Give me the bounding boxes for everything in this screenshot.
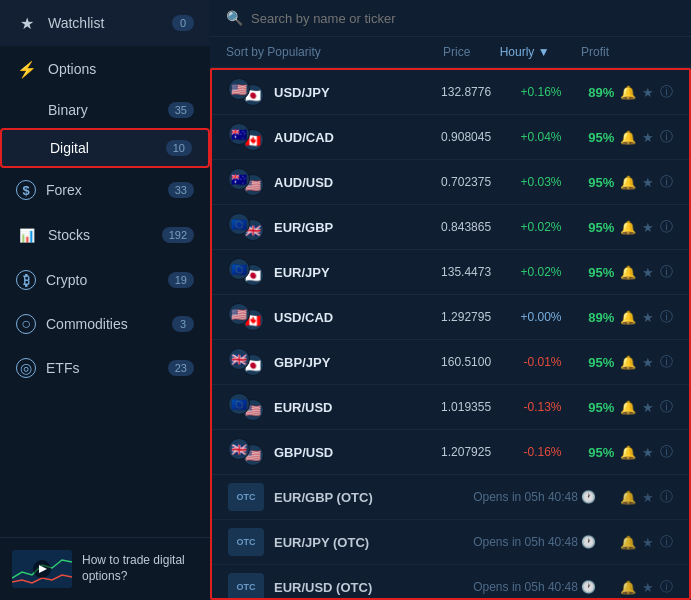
sidebar-item-forex[interactable]: $ Forex 33 (0, 168, 210, 212)
info-icon[interactable]: ⓘ (660, 398, 673, 416)
info-icon[interactable]: ⓘ (660, 533, 673, 551)
info-icon[interactable]: ⓘ (660, 218, 673, 236)
bell-icon[interactable]: 🔔 (620, 130, 636, 145)
bell-icon[interactable]: 🔔 (620, 580, 636, 595)
bell-icon[interactable]: 🔔 (620, 310, 636, 325)
sidebar-item-stocks[interactable]: 📊 Stocks 192 (0, 212, 210, 258)
bell-icon[interactable]: 🔔 (620, 490, 636, 505)
info-icon[interactable]: ⓘ (660, 83, 673, 101)
sidebar-item-options[interactable]: ⚡ Options (0, 46, 210, 92)
bell-icon[interactable]: 🔔 (620, 445, 636, 460)
asset-change: +0.16% (491, 85, 561, 99)
asset-name: AUD/USD (274, 175, 403, 190)
asset-actions: 🔔 ★ ⓘ (614, 308, 673, 326)
info-icon[interactable]: ⓘ (660, 173, 673, 191)
flag-pair: 🇬🇧 🇯🇵 (228, 348, 264, 376)
info-icon[interactable]: ⓘ (660, 488, 673, 506)
asset-change: -0.13% (491, 400, 561, 414)
sidebar-item-crypto[interactable]: ₿ Crypto 19 (0, 258, 210, 302)
bell-icon[interactable]: 🔔 (620, 355, 636, 370)
search-input[interactable] (251, 11, 675, 26)
star-icon[interactable]: ★ (642, 85, 654, 100)
info-icon[interactable]: ⓘ (660, 308, 673, 326)
sidebar-subitem-digital[interactable]: Digital 10 (0, 128, 210, 168)
asset-price: 1.292795 (403, 310, 491, 324)
star-icon[interactable]: ★ (642, 535, 654, 550)
star-icon[interactable]: ★ (642, 400, 654, 415)
asset-change: +0.00% (491, 310, 561, 324)
star-icon[interactable]: ★ (642, 490, 654, 505)
info-icon[interactable]: ⓘ (660, 128, 673, 146)
header-hourly[interactable]: Hourly ▼ (470, 45, 549, 59)
star-icon[interactable]: ★ (642, 220, 654, 235)
flag-top: 🇪🇺 (228, 213, 250, 235)
info-icon[interactable]: ⓘ (660, 578, 673, 596)
star-icon[interactable]: ★ (642, 445, 654, 460)
bell-icon[interactable]: 🔔 (620, 265, 636, 280)
table-row[interactable]: 🇬🇧 🇺🇸 GBP/USD1.207925-0.16%95% 🔔 ★ ⓘ (212, 430, 689, 475)
table-row[interactable]: 🇺🇸 🇯🇵 USD/JPY132.8776+0.16%89% 🔔 ★ ⓘ (212, 70, 689, 115)
bell-icon[interactable]: 🔔 (620, 400, 636, 415)
asset-profit: 95% (562, 355, 615, 370)
asset-name: EUR/GBP (OTC) (274, 490, 443, 505)
table-row[interactable]: OTCEUR/GBP (OTC)Opens in 05h 40:48 🕐 🔔 ★… (212, 475, 689, 520)
sidebar-item-watchlist[interactable]: ★ Watchlist 0 (0, 0, 210, 46)
etfs-icon: ◎ (16, 358, 36, 378)
flag-pair: OTC (228, 528, 264, 556)
sidebar-item-etfs[interactable]: ◎ ETFs 23 (0, 346, 210, 390)
table-row[interactable]: 🇦🇺 🇺🇸 AUD/USD0.702375+0.03%95% 🔔 ★ ⓘ (212, 160, 689, 205)
asset-actions: 🔔 ★ ⓘ (614, 83, 673, 101)
star-icon[interactable]: ★ (642, 310, 654, 325)
bell-icon[interactable]: 🔔 (620, 220, 636, 235)
watchlist-badge: 0 (172, 15, 194, 31)
asset-change: +0.02% (491, 220, 561, 234)
star-icon[interactable]: ★ (642, 355, 654, 370)
flag-pair: OTC (228, 483, 264, 511)
table-row[interactable]: 🇺🇸 🇨🇦 USD/CAD1.292795+0.00%89% 🔔 ★ ⓘ (212, 295, 689, 340)
sidebar-label-commodities: Commodities (46, 316, 172, 332)
flag-top: 🇦🇺 (228, 168, 250, 190)
table-row[interactable]: 🇬🇧 🇯🇵 GBP/JPY160.5100-0.01%95% 🔔 ★ ⓘ (212, 340, 689, 385)
asset-actions: 🔔 ★ ⓘ (596, 488, 673, 506)
asset-name: GBP/JPY (274, 355, 403, 370)
asset-profit: 95% (562, 445, 615, 460)
star-icon[interactable]: ★ (642, 175, 654, 190)
commodities-icon: ○ (16, 314, 36, 334)
video-promo[interactable]: How to trade digital options? (0, 537, 210, 600)
flag-pair: 🇪🇺 🇬🇧 (228, 213, 264, 241)
otc-badge: OTC (228, 573, 264, 600)
asset-price: 0.908045 (403, 130, 491, 144)
table-row[interactable]: 🇪🇺 🇬🇧 EUR/GBP0.843865+0.02%95% 🔔 ★ ⓘ (212, 205, 689, 250)
asset-actions: 🔔 ★ ⓘ (614, 398, 673, 416)
header-sort[interactable]: Sort by Popularity (226, 45, 371, 59)
star-icon[interactable]: ★ (642, 580, 654, 595)
asset-change: +0.04% (491, 130, 561, 144)
sidebar-item-commodities[interactable]: ○ Commodities 3 (0, 302, 210, 346)
asset-profit: 89% (562, 85, 615, 100)
info-icon[interactable]: ⓘ (660, 443, 673, 461)
asset-price: 132.8776 (403, 85, 491, 99)
star-icon[interactable]: ★ (642, 265, 654, 280)
bell-icon[interactable]: 🔔 (620, 535, 636, 550)
star-icon[interactable]: ★ (642, 130, 654, 145)
asset-change: -0.16% (491, 445, 561, 459)
asset-price: 160.5100 (403, 355, 491, 369)
search-icon: 🔍 (226, 10, 243, 26)
crypto-badge: 19 (168, 272, 194, 288)
asset-actions: 🔔 ★ ⓘ (614, 128, 673, 146)
bell-icon[interactable]: 🔔 (620, 175, 636, 190)
asset-opens: Opens in 05h 40:48 🕐 (443, 580, 596, 594)
table-row[interactable]: 🇪🇺 🇯🇵 EUR/JPY135.4473+0.02%95% 🔔 ★ ⓘ (212, 250, 689, 295)
bell-icon[interactable]: 🔔 (620, 85, 636, 100)
header-price[interactable]: Price (371, 45, 470, 59)
table-row[interactable]: OTCEUR/USD (OTC)Opens in 05h 40:48 🕐 🔔 ★… (212, 565, 689, 600)
sidebar-subitem-binary[interactable]: Binary 35 (0, 92, 210, 128)
digital-label: Digital (50, 140, 166, 156)
table-row[interactable]: 🇦🇺 🇨🇦 AUD/CAD0.908045+0.04%95% 🔔 ★ ⓘ (212, 115, 689, 160)
table-row[interactable]: 🇪🇺 🇺🇸 EUR/USD1.019355-0.13%95% 🔔 ★ ⓘ (212, 385, 689, 430)
info-icon[interactable]: ⓘ (660, 263, 673, 281)
asset-change: -0.01% (491, 355, 561, 369)
table-row[interactable]: OTCEUR/JPY (OTC)Opens in 05h 40:48 🕐 🔔 ★… (212, 520, 689, 565)
info-icon[interactable]: ⓘ (660, 353, 673, 371)
flag-top: 🇪🇺 (228, 258, 250, 280)
